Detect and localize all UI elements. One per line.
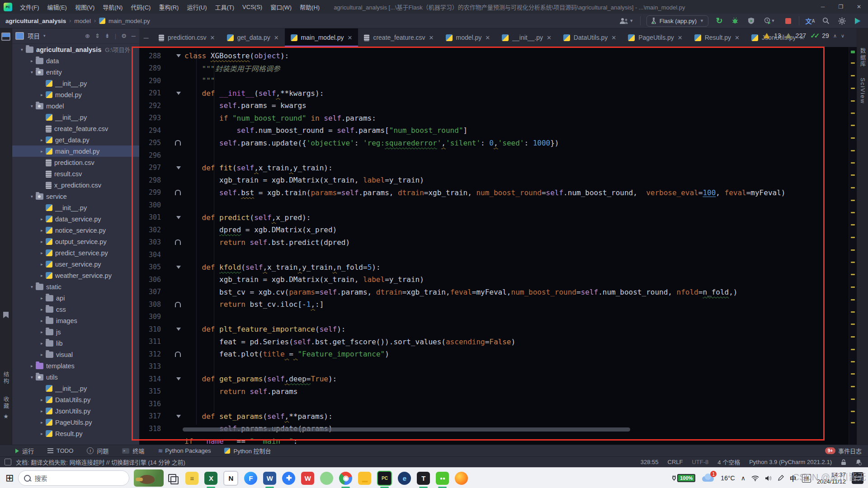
tree-item-Result.py[interactable]: ▸Result.py	[12, 428, 139, 439]
chevron-right-icon[interactable]: ▸	[38, 307, 46, 312]
code-line-294[interactable]: 294 self.num_boost_round = self.params["…	[139, 124, 849, 137]
horizontal-scrollbar[interactable]	[183, 427, 630, 432]
wifi-icon[interactable]	[751, 475, 759, 481]
maximize-button[interactable]: ❐	[832, 0, 850, 14]
clock[interactable]: 14:37 2024/11/12	[817, 471, 846, 485]
tree-item-create_feature.csv[interactable]: create_feature.csv	[12, 123, 139, 134]
code-line-313[interactable]: 313	[139, 361, 849, 373]
volume-icon[interactable]	[765, 475, 772, 481]
file-explorer-icon[interactable]: ▁	[358, 472, 371, 485]
code-line-298[interactable]: 298 xgb_train = xgb.DMatrix(x_train, lab…	[139, 174, 849, 187]
code-line-304[interactable]: 304	[139, 249, 849, 261]
todo-tool-button[interactable]: TODO	[47, 447, 73, 454]
ime-language[interactable]: 中	[790, 474, 796, 483]
debug-button[interactable]	[730, 16, 740, 26]
structure-tool-button[interactable]: 结构	[2, 371, 10, 385]
code-line-315[interactable]: 315 return self.params	[139, 385, 849, 398]
wps-icon[interactable]: W	[301, 472, 314, 485]
tree-item-JsonUtils.py[interactable]: ▸JsonUtils.py	[12, 405, 139, 417]
fold-arrow-icon[interactable]	[176, 54, 181, 57]
database-tool-button[interactable]: 数据库	[859, 48, 867, 68]
security-shield-icon[interactable]: ✚	[282, 472, 295, 485]
chevron-down-icon[interactable]: ▾	[28, 70, 36, 75]
hide-tabs-icon[interactable]: ─	[139, 28, 153, 47]
weather-cloud-icon[interactable]: 1	[701, 474, 715, 483]
tree-item-visual[interactable]: ▸visual	[12, 349, 139, 360]
tree-item-DataUtils.py[interactable]: ▸DataUtils.py	[12, 394, 139, 405]
close-icon[interactable]: ✕	[611, 34, 616, 41]
code-line-295[interactable]: 295 self.params.update({'objective': 're…	[139, 137, 849, 150]
code-line-301[interactable]: 301 def predict(self,x_pred):	[139, 211, 849, 224]
tab-Result.py[interactable]: Result.py✕	[689, 28, 745, 47]
close-icon[interactable]: ✕	[735, 34, 740, 41]
close-icon[interactable]: ✕	[348, 34, 353, 41]
terminal-tool-button[interactable]: > 终端	[122, 446, 144, 455]
wechat-icon[interactable]: ●●	[436, 472, 449, 485]
event-log-button[interactable]: 9+ 事件日志	[825, 446, 868, 455]
fold-end-icon[interactable]	[175, 190, 181, 195]
fold-arrow-icon[interactable]	[176, 328, 181, 331]
tree-item-templates[interactable]: ▸templates	[12, 360, 139, 371]
stripe-warning-mark[interactable]	[851, 75, 855, 76]
stripe-warning-mark[interactable]	[851, 100, 855, 102]
stripe-warning-mark[interactable]	[851, 324, 855, 325]
chevron-right-icon[interactable]: ▸	[38, 341, 46, 346]
chevron-right-icon[interactable]: ▸	[38, 273, 46, 278]
code-line-289[interactable]: 289 """封装类用于网格调参	[139, 62, 849, 75]
python-interpreter[interactable]: Python 3.9 (PyCharm 2021.2.1)	[749, 459, 832, 465]
chevron-down-icon[interactable]: ▾	[43, 33, 46, 38]
close-icon[interactable]: ✕	[485, 34, 490, 41]
tab-PageUtils.py[interactable]: PageUtils.py✕	[622, 28, 689, 47]
stripe-warning-mark[interactable]	[851, 249, 855, 251]
stripe-warning-mark[interactable]	[851, 349, 855, 350]
code-line-292[interactable]: 292 self.params = kwargs	[139, 99, 849, 112]
green-app-icon[interactable]	[320, 472, 333, 485]
tree-item-PageUtils.py[interactable]: ▸PageUtils.py	[12, 417, 139, 428]
tree-item-x_prediction.csv[interactable]: x_prediction.csv	[12, 179, 139, 191]
problems-tool-button[interactable]: ! 问题	[87, 446, 108, 455]
breadcrumb-file[interactable]: main_model.py	[108, 18, 150, 24]
code-line-314[interactable]: 314 def get_params(self,deep=True):	[139, 373, 849, 385]
code-line-302[interactable]: 302 dpred = xgb.DMatrix(x_pred)	[139, 224, 849, 236]
fold-end-icon[interactable]	[175, 352, 181, 357]
code-line-291[interactable]: 291 def __init__(self,**kwargs):	[139, 87, 849, 100]
chevron-right-icon[interactable]: ▸	[38, 262, 46, 267]
code-line-300[interactable]: 300	[139, 199, 849, 211]
menu-编辑E[interactable]: 编辑(E)	[43, 0, 71, 14]
tree-item-main_model.py[interactable]: ▸main_model.py	[12, 145, 139, 157]
menu-工具T[interactable]: 工具(T)	[211, 0, 238, 14]
fold-end-icon[interactable]	[175, 302, 181, 307]
stripe-warning-mark[interactable]	[851, 150, 855, 151]
tree-item-user_service.py[interactable]: ▸user_service.py	[12, 258, 139, 270]
code-line-context[interactable]: if __name__ == "__main__":	[139, 435, 849, 445]
firefox-icon[interactable]	[455, 472, 468, 485]
stripe-warning-mark[interactable]	[851, 422, 855, 423]
stripe-warning-mark[interactable]	[851, 237, 855, 238]
fold-arrow-icon[interactable]	[176, 377, 181, 380]
tab-__init__.py[interactable]: __init__.py✕	[496, 28, 557, 47]
panel-settings-gear-icon[interactable]: ⚙	[121, 33, 127, 39]
run-button[interactable]: ↻	[714, 16, 724, 26]
stripe-warning-mark[interactable]	[851, 162, 855, 164]
ime-mode[interactable]: 拼	[802, 474, 811, 483]
chevron-down-icon[interactable]: ▾	[28, 194, 36, 199]
translate-icon[interactable]: 文A	[805, 16, 815, 26]
tree-item-agricultural_analysis[interactable]: ▾agricultural_analysisG:\项目外	[12, 44, 139, 55]
notifications-bell-icon[interactable]	[855, 459, 862, 465]
chevron-right-icon[interactable]: ▸	[38, 397, 46, 402]
code-editor[interactable]: 288class XGBoostre(object):289 """封装类用于网…	[139, 47, 849, 445]
chevron-right-icon[interactable]: ▸	[38, 431, 46, 436]
fold-end-icon[interactable]	[175, 239, 181, 245]
next-problem-icon[interactable]: ∨	[841, 33, 844, 39]
error-stripe-scrollbar[interactable]	[849, 47, 857, 445]
menu-帮助H[interactable]: 帮助(H)	[296, 0, 324, 14]
minimize-button[interactable]: ─	[814, 0, 832, 14]
run-tool-button[interactable]: 运行	[15, 446, 34, 455]
pycharm-icon[interactable]: PC	[377, 471, 392, 486]
breadcrumb-project[interactable]: agricultural_analysis	[5, 18, 66, 24]
chevron-right-icon[interactable]: ▸	[38, 149, 46, 154]
tab-create_feature.csv[interactable]: create_feature.csv✕	[358, 28, 439, 47]
word-icon[interactable]: W	[263, 472, 276, 485]
code-line-306[interactable]: 306 xgb_train = xgb.DMatrix(x_train, lab…	[139, 273, 849, 286]
lock-icon[interactable]	[841, 459, 846, 465]
